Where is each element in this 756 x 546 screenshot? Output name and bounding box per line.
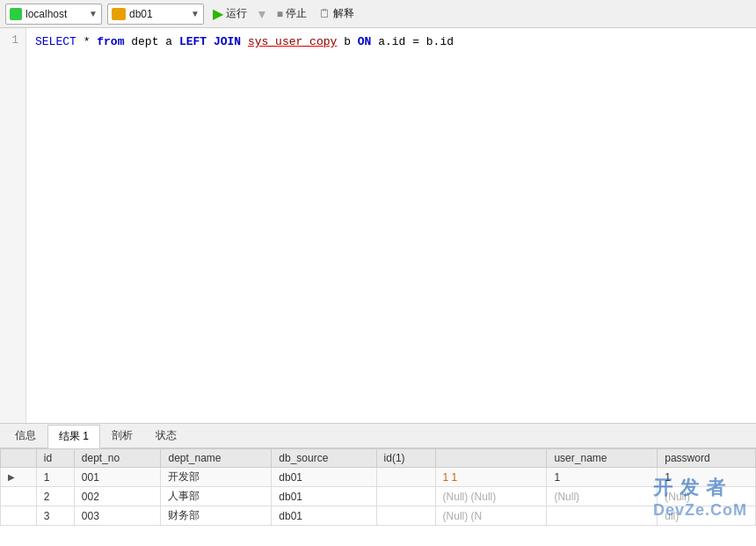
cell-password-2: (Null): [658, 487, 756, 506]
cell-extra-1: 1 1: [435, 468, 547, 487]
kw-from: from: [97, 35, 124, 48]
connection-label: localhost: [25, 8, 85, 20]
separator1: ▼: [256, 7, 268, 21]
cell-password-1: 1: [658, 468, 756, 487]
code-area[interactable]: SELECT * from dept a LEFT JOIN sys_user_…: [26, 28, 756, 423]
row-marker-3: [1, 506, 37, 526]
cell-dept-no-2: 002: [74, 487, 161, 506]
table-header-row: id dept_no dept_name db_source id(1) use…: [1, 449, 756, 468]
cell-username-1: 1: [547, 468, 658, 487]
cell-extra-2: (Null) (Null): [435, 487, 547, 506]
explain-label: 解释: [333, 6, 354, 21]
cell-db-source-2: db01: [272, 487, 376, 506]
connection-arrow: ▼: [89, 9, 98, 18]
cell-id-1: 1: [36, 468, 74, 487]
table-row: ▶ 1 001 开发部 db01 1 1 1 1: [1, 468, 756, 487]
join-condition: a.id = b.id: [378, 35, 454, 48]
cell-password-3: ull): [658, 506, 756, 526]
table-row: 2 002 人事部 db01 (Null) (Null) (Null) (Nul…: [1, 487, 756, 506]
stop-label: 停止: [286, 6, 307, 21]
connection-icon: [10, 8, 22, 20]
col-id1: id(1): [376, 449, 435, 468]
query-editor[interactable]: 1 SELECT * from dept a LEFT JOIN sys_use…: [0, 28, 756, 424]
col-user-name: user_name: [547, 449, 658, 468]
run-icon: ▶: [213, 5, 223, 22]
explain-button[interactable]: 🗒 解释: [316, 4, 358, 23]
col-db-source: db_source: [272, 449, 376, 468]
col-id: id: [36, 449, 74, 468]
stop-button[interactable]: ■ 停止: [273, 4, 310, 23]
tbl-sys-user-copy: sys_user_copy: [248, 35, 337, 48]
explain-icon: 🗒: [319, 7, 331, 20]
tbl-dept: dept a: [131, 35, 179, 48]
database-arrow: ▼: [191, 9, 200, 18]
line-numbers: 1: [0, 28, 26, 423]
connection-select[interactable]: localhost ▼: [5, 4, 102, 25]
cell-username-3: [547, 506, 658, 526]
col-dept-no: dept_no: [74, 449, 161, 468]
cell-dept-no-1: 001: [74, 468, 161, 487]
toolbar: localhost ▼ db01 ▼ ▶ 运行 ▼ ■ 停止 🗒 解释: [0, 0, 756, 28]
bottom-panel: 信息 结果 1 剖析 状态 id dept_no dept_name db_so…: [0, 424, 756, 546]
row-marker-1: ▶: [1, 468, 37, 487]
cell-dept-no-3: 003: [74, 506, 161, 526]
results-table: id dept_no dept_name db_source id(1) use…: [0, 448, 756, 526]
run-label: 运行: [226, 6, 247, 21]
cell-id-2: 2: [36, 487, 74, 506]
database-select[interactable]: db01 ▼: [107, 4, 204, 25]
alias-b: b: [344, 35, 358, 48]
cell-dept-name-1: 开发部: [161, 468, 272, 487]
cell-id1-2: [376, 487, 435, 506]
run-button[interactable]: ▶ 运行: [209, 4, 251, 24]
cell-username-2: (Null): [547, 487, 658, 506]
results-area[interactable]: id dept_no dept_name db_source id(1) use…: [0, 448, 756, 546]
bottom-tabs: 信息 结果 1 剖析 状态: [0, 424, 756, 448]
kw-select: SELECT: [35, 35, 76, 48]
kw-on: ON: [358, 35, 372, 48]
cell-extra-3: (Null) (N: [435, 506, 547, 526]
database-label: db01: [129, 8, 187, 20]
kw-star: *: [84, 35, 98, 48]
code-line-1: SELECT * from dept a LEFT JOIN sys_user_…: [35, 33, 747, 51]
tab-result1[interactable]: 结果 1: [47, 425, 100, 448]
col-password: password: [658, 449, 756, 468]
cell-db-source-3: db01: [272, 506, 376, 526]
row-marker-2: [1, 487, 37, 506]
stop-icon: ■: [277, 8, 283, 20]
table-row: 3 003 财务部 db01 (Null) (N ull): [1, 506, 756, 526]
tab-profile[interactable]: 剖析: [100, 424, 144, 448]
cell-dept-name-3: 财务部: [161, 506, 272, 526]
cell-id1-1: [376, 468, 435, 487]
cell-id1-3: [376, 506, 435, 526]
cell-id-3: 3: [36, 506, 74, 526]
cell-db-source-1: db01: [272, 468, 376, 487]
col-row-marker: [1, 449, 37, 468]
line-number-1: 1: [7, 33, 18, 47]
tab-status[interactable]: 状态: [144, 424, 188, 448]
cell-dept-name-2: 人事部: [161, 487, 272, 506]
col-dept-name: dept_name: [161, 449, 272, 468]
col-extra: [435, 449, 547, 468]
tab-info[interactable]: 信息: [4, 424, 47, 448]
kw-left: LEFT JOIN: [179, 35, 241, 48]
database-icon: [112, 8, 126, 20]
